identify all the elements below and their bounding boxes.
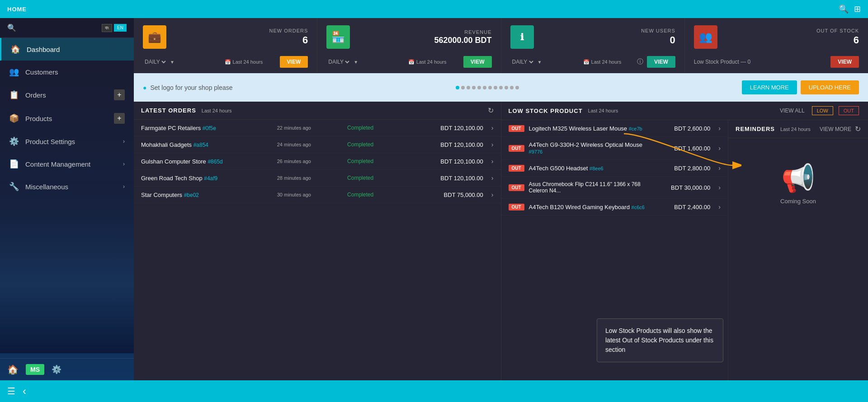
calendar-icon-2: 📅	[408, 59, 415, 65]
sidebar-search-icon[interactable]: 🔍	[7, 23, 16, 32]
banner-dot-8[interactable]	[499, 86, 503, 89]
upload-here-button[interactable]: UPLOAD HERE	[801, 80, 859, 94]
revenue-value: 562000.00 BDT	[355, 36, 491, 45]
banner-dot-10[interactable]	[510, 86, 514, 89]
product-settings-icon: ⚙️	[9, 136, 19, 146]
bottom-bar: ☰ ‹	[0, 380, 868, 402]
banner-dot-5[interactable]	[483, 86, 486, 89]
add-product-button[interactable]: +	[114, 113, 125, 124]
learn-more-button[interactable]: LEARN MORE	[742, 80, 797, 94]
reminders-section: REMINDERS Last 24 hours VIEW MORE ↻ 📢 Co…	[728, 120, 868, 380]
banner-dot-4[interactable]	[477, 86, 481, 89]
order-row[interactable]: Star Computers #be02 30 minutes ago Comp…	[134, 187, 501, 203]
new-users-label: NEW USERS	[539, 28, 675, 33]
order-row[interactable]: Gulshan Computer Store #865d 26 minutes …	[134, 153, 501, 170]
new-users-value: 0	[539, 34, 675, 46]
search-icon[interactable]: 🔍	[839, 4, 849, 14]
new-users-period-select[interactable]: DAILY	[510, 58, 535, 65]
banner-dot-11[interactable]	[515, 86, 519, 89]
banner-dot-1[interactable]	[461, 86, 465, 89]
lang-bn-btn[interactable]: বাং	[102, 24, 112, 32]
product-row[interactable]: OUT Asus Chromebook Flip C214 11.6" 1366…	[501, 177, 728, 199]
banner-dot-2[interactable]	[467, 86, 470, 89]
banner-dot-0[interactable]	[456, 86, 459, 89]
new-orders-date-range: Last 24 hours	[233, 59, 263, 65]
order-amount-0: BDT 120,100.00	[417, 125, 483, 131]
annotation-arrow	[624, 129, 741, 174]
sidebar-item-miscellaneous[interactable]: 🔧 Miscellaneous ›	[0, 175, 134, 198]
revenue-label: REVENUE	[355, 29, 491, 35]
out-of-stock-info: OUT OF STOCK 6	[723, 28, 859, 46]
latest-orders-header: LATEST ORDERS Last 24 hours ↻	[134, 102, 501, 120]
content-icon: 📄	[9, 159, 19, 169]
banner-dot-3[interactable]	[472, 86, 476, 89]
out-badge-4: OUT	[509, 204, 524, 210]
lang-en-btn[interactable]: EN	[114, 24, 127, 32]
order-status-0: Completed	[347, 125, 413, 131]
sidebar-item-product-settings[interactable]: ⚙️ Product Settings ›	[0, 130, 134, 153]
orders-icon: 📋	[9, 90, 19, 100]
footer-gear-icon[interactable]: ⚙️	[52, 365, 61, 374]
store-icon: 🏪	[331, 31, 345, 43]
chevron-right-icon-3: ›	[123, 183, 125, 190]
low-stock-product-label: Low Stock Product — 0	[694, 59, 827, 65]
banner-dot-9[interactable]	[505, 86, 508, 89]
sidebar-item-dashboard[interactable]: 🏠 Dashboard	[0, 38, 134, 61]
misc-icon: 🔧	[9, 182, 19, 192]
stat-revenue: 🏪 REVENUE 562000.00 BDT DAILY ▼ 📅 Last 2…	[317, 18, 501, 73]
product-name-4: A4Tech B120 Wired Gaming Keyboard #c6c6	[529, 204, 647, 210]
out-of-stock-view-btn[interactable]: VIEW	[830, 56, 859, 68]
low-stock-subtitle: Last 24 hours	[588, 108, 618, 113]
order-row[interactable]: Farmgate PC Retailers #0f5e 22 minutes a…	[134, 120, 501, 136]
banner-dot-7[interactable]	[494, 86, 497, 89]
tab-out-button[interactable]: OUT	[839, 106, 859, 115]
banner-dots	[456, 86, 519, 89]
new-orders-period-select[interactable]: DAILY	[143, 58, 167, 65]
sidebar-item-customers[interactable]: 👥 Customers	[0, 61, 134, 83]
info-circle-icon: ⓘ	[637, 58, 643, 66]
add-order-button[interactable]: +	[114, 89, 125, 100]
banner-dot-6[interactable]	[488, 86, 492, 89]
order-hash-1: #a854	[193, 142, 208, 148]
tab-low-button[interactable]: LOW	[812, 106, 833, 115]
order-row[interactable]: Mohakhali Gadgets #a854 24 minutes ago C…	[134, 136, 501, 153]
sidebar-item-orders[interactable]: 📋 Orders +	[0, 83, 134, 107]
revenue-view-btn[interactable]: VIEW	[463, 56, 492, 68]
product-row[interactable]: OUT A4Tech B120 Wired Gaming Keyboard #c…	[501, 199, 728, 215]
calendar-icon-3: 📅	[583, 59, 590, 65]
footer-home-icon[interactable]: 🏠	[7, 364, 19, 375]
stat-out-of-stock: 👥 OUT OF STOCK 6 Low Stock Product — 0 V…	[685, 18, 868, 73]
product-price-3: BDT 30,000.00	[651, 184, 711, 191]
sidebar-item-products[interactable]: 📦 Products +	[0, 107, 134, 130]
view-all-button[interactable]: VIEW ALL	[780, 108, 805, 114]
revenue-date-range: Last 24 hours	[416, 59, 447, 65]
bottom-back-icon[interactable]: ‹	[23, 385, 26, 397]
new-users-footer: DAILY ▼ 📅 Last 24 hours ⓘ VIEW	[510, 56, 675, 68]
menu-lines-icon[interactable]: ⊞	[854, 4, 861, 14]
sidebar: 🔍 বাং EN 🏠 Dashboard 👥 Customers 📋 Order…	[0, 18, 134, 380]
order-row[interactable]: Green Road Tech Shop #4af9 28 minutes ag…	[134, 170, 501, 187]
sidebar-label-dashboard: Dashboard	[27, 46, 125, 53]
order-name-0: Farmgate PC Retailers #0f5e	[141, 125, 273, 131]
low-stock-title: LOW STOCK PRODUCT	[509, 108, 583, 114]
revenue-period-select[interactable]: DAILY	[326, 58, 351, 65]
order-time-3: 28 minutes ago	[277, 175, 343, 181]
order-status-2: Completed	[347, 158, 413, 164]
new-users-view-btn[interactable]: VIEW	[647, 56, 675, 68]
bottom-menu-icon[interactable]: ☰	[7, 386, 15, 397]
sidebar-label-content-management: Content Management	[25, 160, 117, 168]
sidebar-nav: 🏠 Dashboard 👥 Customers 📋 Orders + 📦 Pro…	[0, 38, 134, 358]
order-time-1: 24 minutes ago	[277, 142, 343, 147]
refresh-orders-icon[interactable]: ↻	[488, 106, 494, 115]
refresh-reminders-icon[interactable]: ↻	[855, 125, 861, 133]
new-orders-label: NEW ORDERS	[172, 28, 308, 33]
order-name-3: Green Road Tech Shop #4af9	[141, 175, 273, 182]
product-arrow-4: ›	[718, 203, 721, 210]
chevron-down-icon: ▼	[170, 60, 175, 65]
sidebar-item-content-management[interactable]: 📄 Content Management ›	[0, 153, 134, 175]
coming-soon-icon: 📢	[781, 162, 815, 194]
revenue-info: REVENUE 562000.00 BDT	[355, 29, 491, 45]
view-more-button[interactable]: VIEW MORE	[820, 126, 851, 132]
new-users-icon-box: ℹ	[510, 25, 534, 49]
new-orders-view-btn[interactable]: VIEW	[280, 56, 308, 68]
